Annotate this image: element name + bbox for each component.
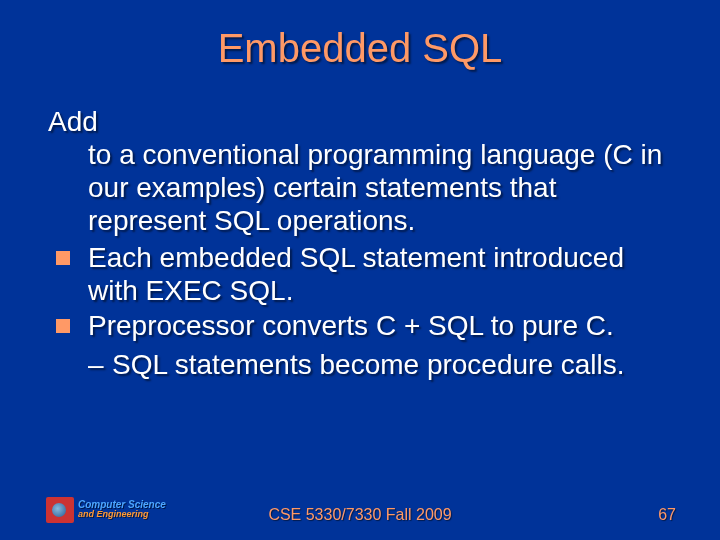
slide-body: Add to a conventional programming langua… — [48, 105, 672, 381]
bullet-item: Each embedded SQL statement introduced w… — [52, 241, 672, 307]
bullet-list: Each embedded SQL statement introduced w… — [48, 241, 672, 342]
bullet-item: Preprocessor converts C + SQL to pure C. — [52, 309, 672, 342]
bullet-square-icon — [56, 251, 70, 265]
bullet-square-icon — [56, 319, 70, 333]
bullet-text: Preprocessor converts C + SQL to pure C. — [88, 309, 672, 342]
bullet-text: Each embedded SQL statement introduced w… — [88, 241, 672, 307]
slide: Embedded SQL Add to a conventional progr… — [0, 0, 720, 540]
intro-lead: Add — [48, 106, 98, 137]
slide-title: Embedded SQL — [48, 26, 672, 71]
sub-bullet-item: – SQL statements become procedure calls. — [88, 348, 672, 381]
sub-bullet-list: – SQL statements become procedure calls. — [48, 348, 672, 381]
footer-course: CSE 5330/7330 Fall 2009 — [0, 506, 720, 524]
dash-icon: – — [88, 348, 104, 381]
sub-bullet-text: SQL statements become procedure calls. — [112, 349, 625, 380]
footer: Computer Science and Engineering CSE 533… — [0, 486, 720, 526]
intro-rest: to a conventional programming language (… — [48, 138, 672, 237]
intro-paragraph: Add to a conventional programming langua… — [48, 105, 672, 237]
footer-page-number: 67 — [658, 506, 676, 524]
